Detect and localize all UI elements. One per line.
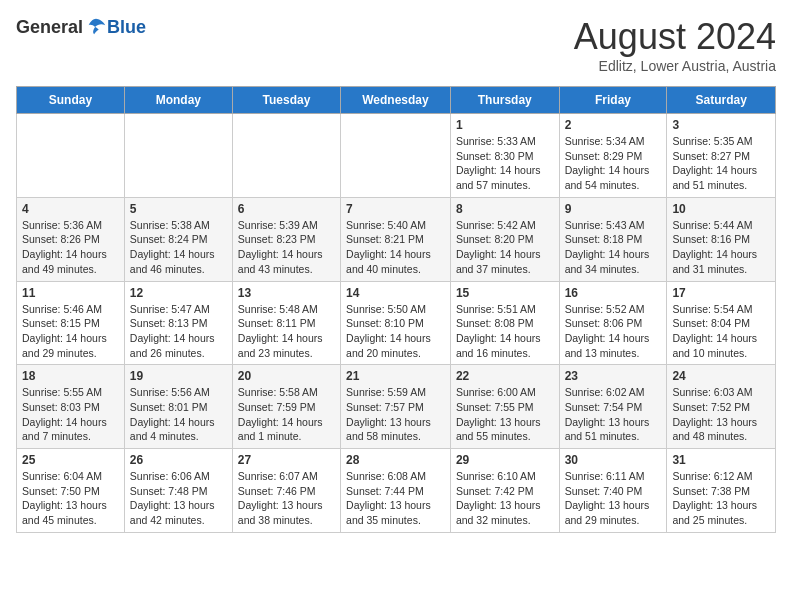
calendar-cell: 14Sunrise: 5:50 AM Sunset: 8:10 PM Dayli… [341, 281, 451, 365]
calendar-cell: 2Sunrise: 5:34 AM Sunset: 8:29 PM Daylig… [559, 114, 667, 198]
cell-content: Sunrise: 6:03 AM Sunset: 7:52 PM Dayligh… [672, 385, 770, 444]
cell-content: Sunrise: 5:46 AM Sunset: 8:15 PM Dayligh… [22, 302, 119, 361]
location-subtitle: Edlitz, Lower Austria, Austria [574, 58, 776, 74]
day-number: 20 [238, 369, 335, 383]
title-section: August 2024 Edlitz, Lower Austria, Austr… [574, 16, 776, 74]
day-number: 24 [672, 369, 770, 383]
calendar-cell: 15Sunrise: 5:51 AM Sunset: 8:08 PM Dayli… [450, 281, 559, 365]
calendar-cell: 6Sunrise: 5:39 AM Sunset: 8:23 PM Daylig… [232, 197, 340, 281]
friday-header: Friday [559, 87, 667, 114]
days-of-week-row: Sunday Monday Tuesday Wednesday Thursday… [17, 87, 776, 114]
saturday-header: Saturday [667, 87, 776, 114]
day-number: 15 [456, 286, 554, 300]
day-number: 13 [238, 286, 335, 300]
cell-content: Sunrise: 5:48 AM Sunset: 8:11 PM Dayligh… [238, 302, 335, 361]
cell-content: Sunrise: 6:10 AM Sunset: 7:42 PM Dayligh… [456, 469, 554, 528]
cell-content: Sunrise: 5:36 AM Sunset: 8:26 PM Dayligh… [22, 218, 119, 277]
calendar-cell: 13Sunrise: 5:48 AM Sunset: 8:11 PM Dayli… [232, 281, 340, 365]
day-number: 8 [456, 202, 554, 216]
week-row-2: 11Sunrise: 5:46 AM Sunset: 8:15 PM Dayli… [17, 281, 776, 365]
calendar-cell: 24Sunrise: 6:03 AM Sunset: 7:52 PM Dayli… [667, 365, 776, 449]
cell-content: Sunrise: 6:11 AM Sunset: 7:40 PM Dayligh… [565, 469, 662, 528]
calendar-cell: 8Sunrise: 5:42 AM Sunset: 8:20 PM Daylig… [450, 197, 559, 281]
monday-header: Monday [124, 87, 232, 114]
cell-content: Sunrise: 5:54 AM Sunset: 8:04 PM Dayligh… [672, 302, 770, 361]
cell-content: Sunrise: 5:55 AM Sunset: 8:03 PM Dayligh… [22, 385, 119, 444]
day-number: 27 [238, 453, 335, 467]
calendar-cell: 12Sunrise: 5:47 AM Sunset: 8:13 PM Dayli… [124, 281, 232, 365]
wednesday-header: Wednesday [341, 87, 451, 114]
calendar-header: Sunday Monday Tuesday Wednesday Thursday… [17, 87, 776, 114]
calendar-cell [341, 114, 451, 198]
day-number: 4 [22, 202, 119, 216]
cell-content: Sunrise: 6:02 AM Sunset: 7:54 PM Dayligh… [565, 385, 662, 444]
calendar-cell: 29Sunrise: 6:10 AM Sunset: 7:42 PM Dayli… [450, 449, 559, 533]
day-number: 12 [130, 286, 227, 300]
page-header: General Blue August 2024 Edlitz, Lower A… [16, 16, 776, 74]
calendar-cell: 31Sunrise: 6:12 AM Sunset: 7:38 PM Dayli… [667, 449, 776, 533]
cell-content: Sunrise: 6:04 AM Sunset: 7:50 PM Dayligh… [22, 469, 119, 528]
cell-content: Sunrise: 5:38 AM Sunset: 8:24 PM Dayligh… [130, 218, 227, 277]
calendar-cell: 7Sunrise: 5:40 AM Sunset: 8:21 PM Daylig… [341, 197, 451, 281]
calendar-cell: 28Sunrise: 6:08 AM Sunset: 7:44 PM Dayli… [341, 449, 451, 533]
logo-bird-icon [85, 16, 107, 38]
cell-content: Sunrise: 5:35 AM Sunset: 8:27 PM Dayligh… [672, 134, 770, 193]
day-number: 9 [565, 202, 662, 216]
cell-content: Sunrise: 5:44 AM Sunset: 8:16 PM Dayligh… [672, 218, 770, 277]
calendar-cell [124, 114, 232, 198]
calendar-body: 1Sunrise: 5:33 AM Sunset: 8:30 PM Daylig… [17, 114, 776, 533]
week-row-0: 1Sunrise: 5:33 AM Sunset: 8:30 PM Daylig… [17, 114, 776, 198]
day-number: 3 [672, 118, 770, 132]
day-number: 18 [22, 369, 119, 383]
day-number: 31 [672, 453, 770, 467]
cell-content: Sunrise: 5:59 AM Sunset: 7:57 PM Dayligh… [346, 385, 445, 444]
calendar-cell [232, 114, 340, 198]
calendar-cell: 27Sunrise: 6:07 AM Sunset: 7:46 PM Dayli… [232, 449, 340, 533]
day-number: 16 [565, 286, 662, 300]
logo: General Blue [16, 16, 146, 38]
calendar-cell: 1Sunrise: 5:33 AM Sunset: 8:30 PM Daylig… [450, 114, 559, 198]
week-row-3: 18Sunrise: 5:55 AM Sunset: 8:03 PM Dayli… [17, 365, 776, 449]
calendar-cell: 16Sunrise: 5:52 AM Sunset: 8:06 PM Dayli… [559, 281, 667, 365]
calendar-cell [17, 114, 125, 198]
day-number: 28 [346, 453, 445, 467]
week-row-1: 4Sunrise: 5:36 AM Sunset: 8:26 PM Daylig… [17, 197, 776, 281]
cell-content: Sunrise: 5:52 AM Sunset: 8:06 PM Dayligh… [565, 302, 662, 361]
day-number: 30 [565, 453, 662, 467]
cell-content: Sunrise: 5:33 AM Sunset: 8:30 PM Dayligh… [456, 134, 554, 193]
calendar-cell: 10Sunrise: 5:44 AM Sunset: 8:16 PM Dayli… [667, 197, 776, 281]
day-number: 5 [130, 202, 227, 216]
cell-content: Sunrise: 5:34 AM Sunset: 8:29 PM Dayligh… [565, 134, 662, 193]
day-number: 19 [130, 369, 227, 383]
calendar-cell: 26Sunrise: 6:06 AM Sunset: 7:48 PM Dayli… [124, 449, 232, 533]
calendar-cell: 30Sunrise: 6:11 AM Sunset: 7:40 PM Dayli… [559, 449, 667, 533]
cell-content: Sunrise: 5:42 AM Sunset: 8:20 PM Dayligh… [456, 218, 554, 277]
calendar-cell: 5Sunrise: 5:38 AM Sunset: 8:24 PM Daylig… [124, 197, 232, 281]
day-number: 7 [346, 202, 445, 216]
tuesday-header: Tuesday [232, 87, 340, 114]
cell-content: Sunrise: 5:51 AM Sunset: 8:08 PM Dayligh… [456, 302, 554, 361]
cell-content: Sunrise: 5:50 AM Sunset: 8:10 PM Dayligh… [346, 302, 445, 361]
day-number: 17 [672, 286, 770, 300]
calendar-cell: 18Sunrise: 5:55 AM Sunset: 8:03 PM Dayli… [17, 365, 125, 449]
day-number: 25 [22, 453, 119, 467]
cell-content: Sunrise: 5:56 AM Sunset: 8:01 PM Dayligh… [130, 385, 227, 444]
calendar-cell: 9Sunrise: 5:43 AM Sunset: 8:18 PM Daylig… [559, 197, 667, 281]
calendar-cell: 25Sunrise: 6:04 AM Sunset: 7:50 PM Dayli… [17, 449, 125, 533]
day-number: 21 [346, 369, 445, 383]
calendar-cell: 3Sunrise: 5:35 AM Sunset: 8:27 PM Daylig… [667, 114, 776, 198]
week-row-4: 25Sunrise: 6:04 AM Sunset: 7:50 PM Dayli… [17, 449, 776, 533]
calendar-cell: 11Sunrise: 5:46 AM Sunset: 8:15 PM Dayli… [17, 281, 125, 365]
calendar-cell: 20Sunrise: 5:58 AM Sunset: 7:59 PM Dayli… [232, 365, 340, 449]
calendar-cell: 21Sunrise: 5:59 AM Sunset: 7:57 PM Dayli… [341, 365, 451, 449]
cell-content: Sunrise: 5:58 AM Sunset: 7:59 PM Dayligh… [238, 385, 335, 444]
calendar-cell: 23Sunrise: 6:02 AM Sunset: 7:54 PM Dayli… [559, 365, 667, 449]
cell-content: Sunrise: 6:12 AM Sunset: 7:38 PM Dayligh… [672, 469, 770, 528]
cell-content: Sunrise: 5:47 AM Sunset: 8:13 PM Dayligh… [130, 302, 227, 361]
calendar-cell: 22Sunrise: 6:00 AM Sunset: 7:55 PM Dayli… [450, 365, 559, 449]
calendar-table: Sunday Monday Tuesday Wednesday Thursday… [16, 86, 776, 533]
day-number: 14 [346, 286, 445, 300]
day-number: 26 [130, 453, 227, 467]
cell-content: Sunrise: 6:00 AM Sunset: 7:55 PM Dayligh… [456, 385, 554, 444]
day-number: 22 [456, 369, 554, 383]
